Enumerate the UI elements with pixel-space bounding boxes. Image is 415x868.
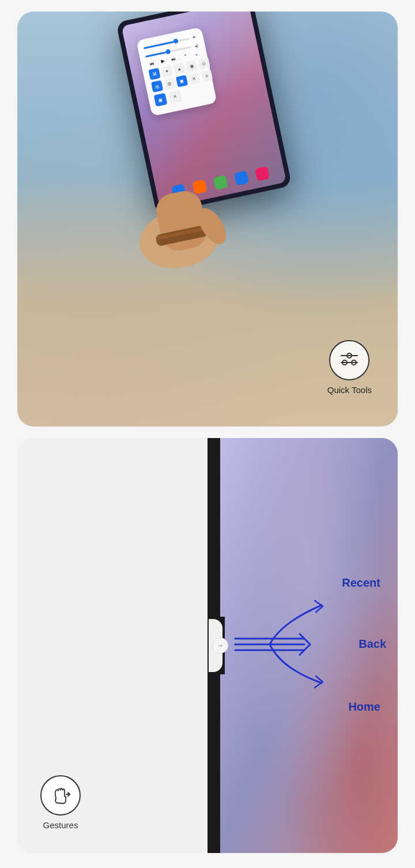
gestures-icon-circle [40,775,81,816]
quick-tools-icon-svg [338,349,361,372]
home-label: Home [348,700,380,714]
gesture-arrows-svg [220,576,373,715]
side-arrow-button[interactable]: → [212,637,228,654]
extra-icon: ≡ [201,70,213,82]
recent-label: Recent [342,576,380,590]
volume-icon: ◂) [193,42,199,49]
gestures-card: Gestures → Rec [17,438,398,853]
quick-tools-icon-circle [329,340,369,380]
quick-tools-label: Quick Tools [327,385,372,395]
brightness-fill [144,41,173,49]
gestures-label: Gestures [43,820,78,830]
gestures-badge: Gestures [40,775,81,830]
x-icon: ✕ [188,72,200,84]
gestures-left-panel: Gestures [17,438,207,853]
loc-icon: ◉ [186,60,198,72]
recent-label-container: Recent [342,576,380,590]
bt-icon: ✦ [161,65,173,77]
gestures-icon-svg [48,783,73,808]
wifi-icon: ⌘ [148,68,160,80]
volume-thumb [165,49,171,54]
ss-icon: ⊞ [151,80,163,92]
tablet-divider: → [207,438,220,853]
nfc-icon: ⊙ [198,57,210,69]
panel-icon1: ▣ [154,93,168,107]
quick-tools-card: ✦ ◂) ⏮ ▶ ⏭ ⌃ [17,12,398,427]
brightness-thumb [173,39,178,44]
back-label: Back [359,637,386,651]
gear-icon2: ⚙ [163,78,175,90]
gestures-right-panel: Recent Back Home [220,438,398,853]
data-icon: ▲ [173,63,185,75]
app-camera [255,166,270,181]
volume-fill [145,51,166,58]
back-label-container: Back [359,637,386,651]
app-icon: ▣ [176,75,188,87]
home-label-container: Home [348,700,380,714]
panel-icon2: ✕ [168,90,182,104]
brightness-icon: ✦ [191,34,198,41]
quick-tools-badge: Quick Tools [327,340,372,395]
